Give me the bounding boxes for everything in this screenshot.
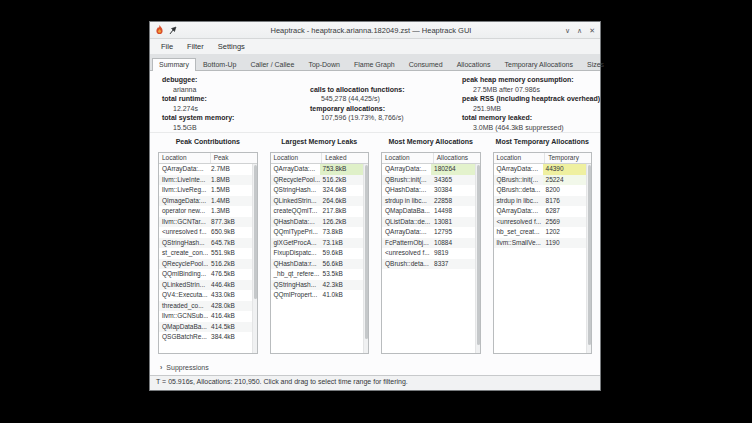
table-body: QArrayData:...2.7MBllvm::LiveInte...1.8M… <box>159 164 252 343</box>
table-row[interactable]: QBrush::init(...34365 <box>382 175 475 186</box>
summary-page: debuggee:ariannatotal runtime:12.274stot… <box>150 71 600 390</box>
column-header-location[interactable]: Location <box>382 153 434 163</box>
tab-bottom-up[interactable]: Bottom-Up <box>196 58 243 70</box>
minimize-button[interactable]: ∨ <box>565 27 570 34</box>
value-cell: 516.2kB <box>320 175 363 186</box>
scrollbar-thumb[interactable] <box>254 165 257 299</box>
summary-label: total runtime: <box>162 94 310 104</box>
table-row[interactable]: <unresolved f...650.9kB <box>159 227 252 238</box>
table-row[interactable]: QImageData:...1.4MB <box>159 196 252 207</box>
tab-top-down[interactable]: Top-Down <box>301 58 347 70</box>
table-row[interactable]: QMapDataBa...14498 <box>382 206 475 217</box>
close-button[interactable]: ✕ <box>589 27 595 34</box>
column-header-location[interactable]: Location <box>159 153 211 163</box>
table-row[interactable]: QHashData:r...56.6kB <box>271 259 364 270</box>
table-row[interactable]: QHashData:...30384 <box>382 185 475 196</box>
table-row[interactable]: st_create_con...551.9kB <box>159 248 252 259</box>
column-header-location[interactable]: Location <box>494 153 546 163</box>
table-row[interactable]: threaded_co...428.0kB <box>159 301 252 312</box>
table-row[interactable]: QStringHash...645.7kB <box>159 238 252 249</box>
table-row[interactable]: QMapDataBa...414.5kB <box>159 322 252 333</box>
table-row[interactable]: llvm::LiveReg...1.5MB <box>159 185 252 196</box>
location-cell: QArrayData:... <box>494 164 543 175</box>
value-cell: 428.0kB <box>208 301 251 312</box>
scrollbar[interactable] <box>252 164 257 353</box>
table-row[interactable]: QArrayData:...12795 <box>382 227 475 238</box>
table-row[interactable]: QLinkedStrin...264.6kB <box>271 196 364 207</box>
table-row[interactable]: hb_set_creat...1202 <box>494 227 587 238</box>
summary-label: calls to allocation functions: <box>310 85 462 95</box>
table-row[interactable]: llvm::GCNTar...877.3kB <box>159 217 252 228</box>
table-row[interactable]: createQQmlT...217.8kB <box>271 206 364 217</box>
table-row[interactable]: QBrush::init(...25224 <box>494 175 587 186</box>
scrollbar-thumb[interactable] <box>477 165 480 345</box>
value-cell: 9819 <box>431 248 474 259</box>
suppressions-toggle[interactable]: › Suppressions <box>150 362 600 373</box>
value-cell: 73.1kB <box>320 238 363 249</box>
tab-sizes[interactable]: Sizes <box>580 58 611 70</box>
table-row[interactable]: <unresolved f...9819 <box>382 248 475 259</box>
tab-summary[interactable]: Summary <box>152 58 196 71</box>
menu-item-settings[interactable]: Settings <box>211 41 252 52</box>
value-cell: 34365 <box>431 175 474 186</box>
maximize-button[interactable]: ∧ <box>577 27 582 34</box>
table-row[interactable]: QBrush::deta...8200 <box>494 185 587 196</box>
column-header-peak[interactable]: Peak <box>211 153 257 163</box>
table-row[interactable]: QQmlPropert...41.0kB <box>271 290 364 301</box>
table-row[interactable]: QRecyclePool...516.2kB <box>271 175 364 186</box>
table-row[interactable]: QHashData:...126.2kB <box>271 217 364 228</box>
tab-consumed[interactable]: Consumed <box>402 58 450 70</box>
table-row[interactable]: QStringHash...324.6kB <box>271 185 364 196</box>
table-row[interactable]: QSGBatchRe...384.4kB <box>159 332 252 343</box>
table-row[interactable]: QArrayData:...180264 <box>382 164 475 175</box>
table-row[interactable]: QQmlBinding...476.5kB <box>159 269 252 280</box>
scrollbar[interactable] <box>475 164 480 353</box>
tab-allocations[interactable]: Allocations <box>450 58 498 70</box>
menu-item-file[interactable]: File <box>154 41 180 52</box>
table-row[interactable]: llvm::GCNSub...416.4kB <box>159 311 252 322</box>
menu-item-filter[interactable]: Filter <box>180 41 211 52</box>
tab-flame-graph[interactable]: Flame Graph <box>347 58 402 70</box>
column-header-location[interactable]: Location <box>271 153 323 163</box>
table-row[interactable]: operator new...1.3MB <box>159 206 252 217</box>
location-cell: QHashData:r... <box>271 259 320 270</box>
scrollbar-thumb[interactable] <box>588 165 591 345</box>
table-row[interactable]: QListData::de...13081 <box>382 217 475 228</box>
value-cell: 433.0kB <box>208 290 251 301</box>
column-header-leaked[interactable]: Leaked <box>322 153 368 163</box>
location-cell: QBrush::init(... <box>494 175 543 186</box>
table-row[interactable]: QArrayData:...6287 <box>494 206 587 217</box>
column-header-allocations[interactable]: Allocations <box>434 153 480 163</box>
table-row[interactable]: QV4::Executa...433.0kB <box>159 290 252 301</box>
table-row[interactable]: strdup in libc...8176 <box>494 196 587 207</box>
table-most-temporary-allocations: LocationTemporaryQArrayData:...44390QBru… <box>493 152 593 354</box>
location-cell: QArrayData:... <box>494 206 543 217</box>
table-row[interactable]: QStringHash...42.3kB <box>271 280 364 291</box>
table-row[interactable]: _hb_qt_refere...53.5kB <box>271 269 364 280</box>
table-row[interactable]: QArrayData:...753.8kB <box>271 164 364 175</box>
value-cell: 1.4MB <box>208 196 251 207</box>
table-row[interactable]: <unresolved f...2569 <box>494 217 587 228</box>
table-row[interactable]: FcPatternObj...10884 <box>382 238 475 249</box>
table-row[interactable]: strdup in libc...22858 <box>382 196 475 207</box>
scrollbar[interactable] <box>363 164 368 353</box>
table-row[interactable]: QBrush::deta...8337 <box>382 259 475 270</box>
tab-temporary-allocations[interactable]: Temporary Allocations <box>497 58 579 70</box>
table-row[interactable]: FixupDispatc...59.6kB <box>271 248 364 259</box>
table-row[interactable]: llvm::SmallVe...1190 <box>494 238 587 249</box>
table-row[interactable]: glXGetProcA...73.1kB <box>271 238 364 249</box>
column-header-temporary[interactable]: Temporary <box>545 153 591 163</box>
table-row[interactable]: llvm::LiveInte...1.8MB <box>159 175 252 186</box>
tab-caller-callee[interactable]: Caller / Callee <box>243 58 301 70</box>
value-cell: 8200 <box>543 185 586 196</box>
table-row[interactable]: QArrayData:...2.7MB <box>159 164 252 175</box>
table-row[interactable]: QArrayData:...44390 <box>494 164 587 175</box>
scrollbar[interactable] <box>586 164 591 353</box>
table-row[interactable]: QLinkedStrin...446.4kB <box>159 280 252 291</box>
location-cell: llvm::SmallVe... <box>494 238 543 249</box>
table-row[interactable]: QQmlTypePri...73.8kB <box>271 227 364 238</box>
table-row[interactable]: QRecyclePool...516.2kB <box>159 259 252 270</box>
scrollbar-thumb[interactable] <box>365 165 368 339</box>
location-cell: QBrush::deta... <box>382 259 431 270</box>
desktop-background: Heaptrack - heaptrack.arianna.182049.zst… <box>0 0 752 423</box>
